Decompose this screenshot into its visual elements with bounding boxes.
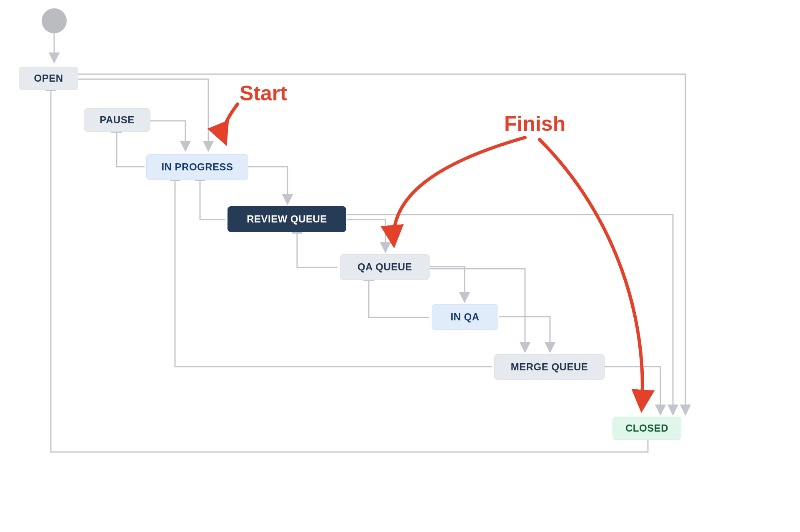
state-closed: CLOSED <box>612 417 681 440</box>
initial-state-dot <box>42 8 67 33</box>
transition-edge <box>248 167 288 204</box>
state-in-qa: IN QA <box>432 304 498 330</box>
state-open: OPEN <box>19 67 78 90</box>
transition-edge <box>499 317 550 352</box>
state-label: MERGE QUEUE <box>511 361 588 373</box>
transition-edge <box>117 132 145 167</box>
transition-edge <box>347 215 673 415</box>
transition-edge <box>605 367 660 415</box>
state-label: QA QUEUE <box>358 261 412 273</box>
transition-edge <box>150 121 185 151</box>
state-label: OPEN <box>34 72 63 84</box>
annotation-arrow <box>393 137 525 244</box>
state-in-progress: IN PROGRESS <box>146 154 248 180</box>
state-label: IN PROGRESS <box>161 161 233 173</box>
state-label: IN QA <box>450 311 479 323</box>
state-label: PAUSE <box>100 114 134 126</box>
annotation-start: Start <box>240 81 287 105</box>
transition-edge <box>430 267 465 302</box>
state-review-queue: REVIEW QUEUE <box>228 206 346 232</box>
transition-edge <box>369 280 429 317</box>
state-merge-queue: MERGE QUEUE <box>494 354 605 380</box>
workflow-diagram: OPEN PAUSE IN PROGRESS REVIEW QUEUE QA Q… <box>0 0 800 532</box>
state-label: REVIEW QUEUE <box>247 213 327 225</box>
state-qa-queue: QA QUEUE <box>340 254 430 280</box>
transition-edge <box>297 232 338 267</box>
state-pause: PAUSE <box>84 108 150 132</box>
state-label: CLOSED <box>625 422 668 434</box>
transition-edge <box>200 180 225 220</box>
annotation-finish: Finish <box>504 112 565 136</box>
annotation-arrow <box>223 104 238 142</box>
transition-edge <box>347 220 385 252</box>
